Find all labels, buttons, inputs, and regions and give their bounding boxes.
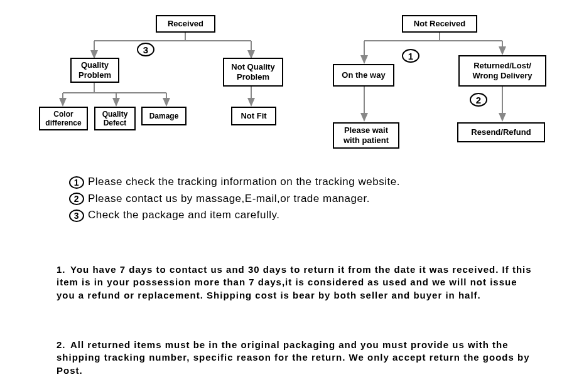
box-not-quality-problem: Not Quality Problem <box>223 58 283 87</box>
legend-block: 1Please check the tracking information o… <box>69 176 400 226</box>
policy-2-text: All returned items must be in the origin… <box>57 339 530 376</box>
legend-line-3: 3Check the package and item carefully. <box>69 209 400 222</box>
legend-num-1: 1 <box>69 176 84 189</box>
box-on-the-way: On the way <box>333 64 394 87</box>
box-quality-defect: Quality Defect <box>94 107 136 130</box>
box-returned-lost: Returned/Lost/ Wrong Delivery <box>458 55 546 87</box>
legend-line-1: 1Please check the tracking information o… <box>69 176 400 189</box>
box-received: Received <box>156 15 215 33</box>
badge-3: 3 <box>137 43 154 56</box>
legend-line-2: 2Please contact us by massage,E-mail,or … <box>69 193 400 206</box>
badge-2: 2 <box>470 93 487 107</box>
box-not-received: Not Received <box>402 15 477 33</box>
legend-text-1: Please check the tracking information on… <box>88 176 400 188</box>
legend-num-3: 3 <box>69 209 84 222</box>
legend-num-2: 2 <box>69 193 84 205</box>
legend-text-3: Check the package and item carefully. <box>88 209 279 221</box>
box-color-difference: Color difference <box>39 107 88 130</box>
box-not-fit: Not Fit <box>231 107 276 125</box>
badge-1: 1 <box>402 49 419 63</box>
policy-1: 1.You have 7 days to contact us and 30 d… <box>57 263 534 302</box>
box-quality-problem: Quality Problem <box>70 58 119 83</box>
policy-2: 2.All returned items must be in the orig… <box>57 339 534 377</box>
policy-1-text: You have 7 days to contact us and 30 day… <box>57 264 532 300</box>
box-resend-refund: Resend/Refund <box>457 122 545 142</box>
box-damage: Damage <box>141 107 187 125</box>
legend-text-2: Please contact us by massage,E-mail,or t… <box>88 193 370 204</box>
box-please-wait: Please wait with patient <box>333 122 399 149</box>
